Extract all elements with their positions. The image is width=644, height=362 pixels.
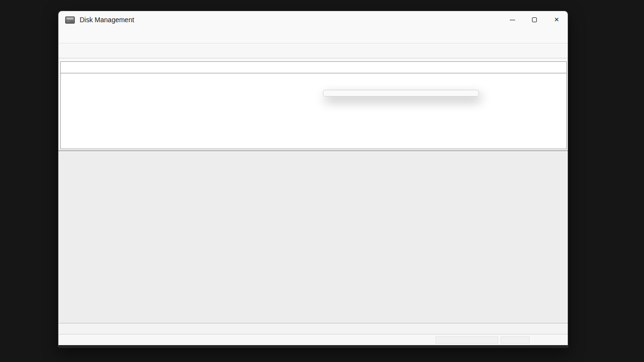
- menu-bar: [58, 28, 568, 43]
- titlebar: Disk Management ×: [58, 11, 568, 28]
- window-title: Disk Management: [80, 16, 134, 24]
- disk-management-app-icon: [65, 16, 75, 24]
- status-bar: [59, 335, 568, 345]
- legend-bar: [59, 323, 568, 334]
- toolbar: [58, 43, 568, 58]
- disk-graphical-panel: [59, 152, 568, 323]
- minimize-button[interactable]: [501, 11, 523, 28]
- minimize-icon: [510, 20, 515, 20]
- maximize-icon: [532, 17, 537, 22]
- volume-list-header: [61, 62, 566, 73]
- context-menu: [323, 90, 479, 97]
- disk-management-window: Disk Management ×: [58, 11, 568, 348]
- maximize-button[interactable]: [523, 11, 546, 28]
- status-segment: [501, 336, 530, 344]
- volume-list-panel: [60, 61, 567, 149]
- close-button[interactable]: ×: [546, 11, 568, 28]
- close-icon: ×: [554, 15, 559, 25]
- status-segment: [435, 336, 498, 344]
